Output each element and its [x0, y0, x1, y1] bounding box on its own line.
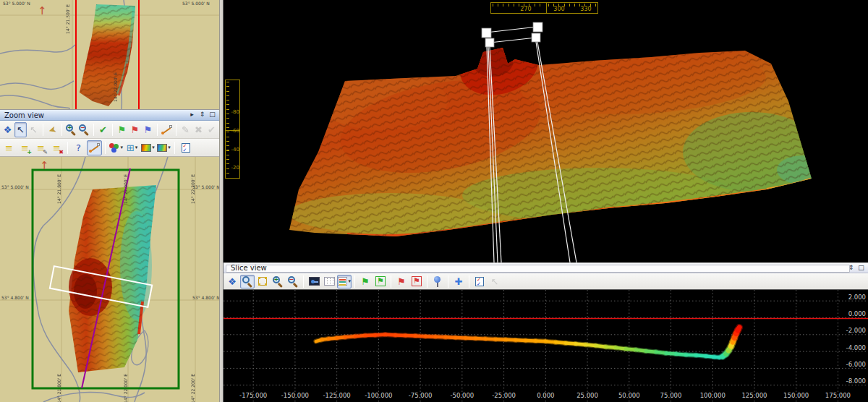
- lines-list-icon[interactable]: ≡: [1, 140, 17, 155]
- zoom-view-toolbar-row2: ≡≡+≡✎≡✖?▾⊞▾▾▾✓✓: [0, 139, 219, 157]
- toolbar-separator: [61, 124, 62, 136]
- reject-box-red-tool[interactable]: ⚑: [409, 275, 424, 288]
- polyline-tool[interactable]: [161, 122, 173, 137]
- dropdown-arrow-icon[interactable]: ▾: [120, 145, 123, 150]
- zoom-map[interactable]: 53° 5.000' N 53° 5.000' N 53° 4.800' N 5…: [0, 157, 219, 402]
- lon-label: 14° 22.200' E: [190, 374, 195, 402]
- checklist-button[interactable]: ✓✓: [178, 140, 193, 155]
- lat-label: 53° 5.000' N: [192, 184, 219, 189]
- dropdown-arrow-icon[interactable]: ▾: [135, 145, 138, 150]
- compass-label: 300: [553, 6, 564, 12]
- maximize-button[interactable]: □: [856, 264, 866, 273]
- display-colorlines-mode-icon: [338, 277, 347, 286]
- tile-windows-icon-icon: ❖: [4, 125, 12, 134]
- edit-note-button[interactable]: ✎: [179, 122, 192, 137]
- box-select-tool[interactable]: ↖: [14, 122, 27, 137]
- toolbar-separator: [427, 275, 427, 288]
- delete-line-button[interactable]: ≡✖: [49, 140, 64, 155]
- badge-icon: ✖: [59, 150, 64, 155]
- undock-button[interactable]: ▸: [187, 111, 197, 119]
- dropdown-arrow-icon[interactable]: ▾: [168, 145, 171, 150]
- tile-windows-icon[interactable]: ❖: [1, 122, 14, 137]
- lon-label: 14° 22.000' E: [123, 174, 128, 204]
- compass-heading-strip: 270 300 330: [490, 2, 598, 14]
- apply-button[interactable]: ✔: [205, 122, 218, 137]
- maximize-button[interactable]: □: [208, 111, 217, 119]
- reject-red-tool[interactable]: ⚑: [394, 275, 409, 288]
- display-dots-mode[interactable]: [322, 275, 336, 288]
- zoom-in-button[interactable]: +: [65, 122, 77, 137]
- accept-box-green-tool[interactable]: ⚑: [373, 275, 388, 288]
- display-points-mode[interactable]: [307, 275, 321, 288]
- surface-display-menu[interactable]: ▾: [140, 140, 156, 155]
- delete-button[interactable]: ✖: [192, 122, 205, 137]
- toolbar-separator: [157, 124, 158, 136]
- slice-profile-plot[interactable]: -175.000-150.000-125.000-100.000-75.000-…: [224, 290, 868, 402]
- spray-green-tool-icon: ⚑: [118, 125, 127, 134]
- lon-label: 14° 22.000' E: [113, 72, 118, 102]
- point-display-menu-icon: [109, 143, 119, 153]
- slice-view-titlebar[interactable]: Slice view ⇕□: [224, 262, 868, 273]
- tile-windows-icon[interactable]: ❖: [225, 275, 239, 288]
- point-display-menu[interactable]: ▾: [109, 140, 124, 155]
- spray-blue-tool[interactable]: ⚑: [142, 122, 154, 137]
- pick-point-tool[interactable]: [430, 275, 445, 288]
- accept-green-tool[interactable]: ⚑: [358, 275, 373, 288]
- zoom-in-button[interactable]: +: [271, 275, 285, 288]
- svg-text:0.000: 0.000: [537, 392, 554, 399]
- zoom-out-button[interactable]: −: [286, 275, 300, 288]
- checklist-button[interactable]: ✓✓: [472, 275, 487, 288]
- spray-red-tool[interactable]: ⚑: [129, 122, 141, 137]
- display-colorlines-mode[interactable]: ▾: [337, 275, 352, 288]
- svg-text:-100.000: -100.000: [365, 392, 392, 399]
- svg-text:-2.000: -2.000: [846, 327, 866, 334]
- slice-view-title: Slice view: [231, 264, 267, 272]
- pick-point-tool-icon: [434, 276, 441, 287]
- svg-text:150.000: 150.000: [783, 392, 809, 399]
- lon-label: 14° 21.800' E: [56, 174, 61, 204]
- depth-label: -80: [228, 109, 239, 115]
- overview-map[interactable]: 53° 5.000' N 53° 5.000' N 14° 21.500' E …: [0, 0, 219, 110]
- profile-line-tool[interactable]: [87, 140, 102, 155]
- left-panel: 53° 5.000' N 53° 5.000' N 14° 21.500' E …: [0, 0, 219, 402]
- query-tool[interactable]: ?: [71, 140, 86, 155]
- depth-label: -40: [228, 147, 239, 153]
- polyline-tool-icon: [161, 124, 172, 135]
- autohide-button[interactable]: ⇕: [197, 111, 207, 119]
- zoom-select-tool[interactable]: [240, 275, 255, 288]
- mesh-display-menu[interactable]: ⊞▾: [124, 140, 140, 155]
- fit-extents-button[interactable]: [255, 275, 270, 288]
- pointer-tool[interactable]: ↖: [488, 275, 502, 288]
- svg-text:-150.000: -150.000: [281, 392, 309, 399]
- box-select-alt-tool[interactable]: ↖: [27, 122, 40, 137]
- add-line-button[interactable]: ≡+: [17, 140, 33, 155]
- toolbar-separator: [469, 275, 469, 288]
- edit-line-button[interactable]: ≡✎: [33, 140, 48, 155]
- surface-display-menu-icon: [141, 144, 151, 152]
- dropdown-arrow-icon[interactable]: ▾: [348, 278, 351, 284]
- overview-map-canvas: [0, 0, 219, 110]
- measure-handles: [482, 22, 542, 47]
- scene-3d-view[interactable]: 270 300 330 -80 -60 -40 -20: [224, 0, 868, 262]
- depth-label: -60: [228, 128, 239, 134]
- dropdown-arrow-icon[interactable]: ▾: [152, 145, 155, 150]
- box-select-alt-tool-icon: ↖: [30, 125, 38, 134]
- query-tool-icon: ?: [76, 143, 81, 153]
- reject-box-red-tool-icon: ⚑: [412, 276, 422, 286]
- lat-label: 53° 4.800' N: [192, 295, 219, 300]
- colormap-menu[interactable]: ▾: [156, 140, 171, 155]
- add-button[interactable]: ✚: [451, 275, 466, 288]
- zoom-view-titlebar[interactable]: Zoom view ▸⇕□: [0, 110, 219, 121]
- pan-arrow-tool[interactable]: ➤: [46, 122, 59, 137]
- zoom-out-button[interactable]: −: [78, 122, 90, 137]
- svg-text:0.000: 0.000: [848, 310, 866, 317]
- svg-text:-8.000: -8.000: [846, 377, 866, 385]
- lon-label: 14° 22.200' E: [190, 174, 195, 204]
- zoom-view-title: Zoom view: [4, 111, 44, 119]
- spray-green-tool[interactable]: ⚑: [116, 122, 128, 137]
- badge-icon: ✎: [43, 150, 48, 155]
- badge-icon: +: [27, 150, 32, 155]
- toolbar-separator: [112, 124, 113, 136]
- compass-segment: [490, 2, 546, 14]
- accept-button[interactable]: ✔: [97, 122, 109, 137]
